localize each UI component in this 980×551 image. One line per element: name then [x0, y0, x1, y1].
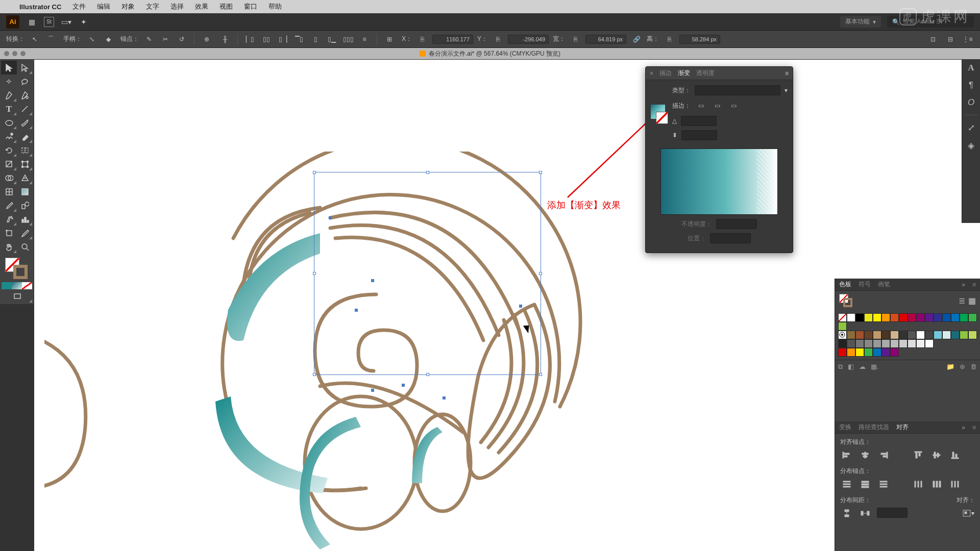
swatch-grid[interactable]	[835, 310, 980, 360]
swatch[interactable]	[855, 331, 864, 339]
window-traffic-lights[interactable]	[4, 51, 26, 56]
snap-icon[interactable]: ⊟	[944, 33, 957, 45]
swatch-list-view-icon[interactable]: ≣	[959, 296, 965, 306]
artboard-tool[interactable]	[1, 226, 17, 240]
align-right-icon[interactable]: ▯▕	[277, 33, 289, 45]
paragraph-panel-icon[interactable]: ¶	[969, 80, 973, 90]
opentype-panel-icon[interactable]: O	[968, 97, 974, 108]
swatch[interactable]	[873, 348, 881, 357]
swatch-grid-view-icon[interactable]: ▦	[968, 296, 976, 306]
swatch[interactable]	[916, 313, 925, 322]
align-vcenter-btn[interactable]	[930, 449, 943, 461]
menu-select[interactable]: 选择	[170, 2, 184, 11]
swatch[interactable]	[838, 348, 847, 357]
swatch-libraries-icon[interactable]: ⧉	[838, 363, 843, 371]
dist-vcenter-btn[interactable]	[859, 479, 872, 490]
gradient-stroke-swatch[interactable]	[656, 112, 668, 124]
convert-smooth-icon[interactable]: ⌒	[45, 33, 57, 45]
tab-transform[interactable]: 变换	[839, 423, 851, 432]
pen-tool[interactable]	[1, 88, 17, 102]
stroke-apply-within-icon[interactable]: ▭	[695, 99, 707, 112]
swatch[interactable]	[951, 331, 960, 339]
dist-top-btn[interactable]	[840, 479, 853, 490]
swatch[interactable]	[890, 331, 899, 339]
handle-icon-2[interactable]: ◆	[102, 33, 114, 45]
workspace-dropdown[interactable]: 基本功能 ▾	[840, 16, 881, 28]
swatch[interactable]	[960, 313, 968, 322]
swatch[interactable]	[847, 339, 855, 348]
swatch-fillstroke-mini[interactable]	[839, 294, 852, 307]
swatch[interactable]	[847, 348, 855, 357]
swatch[interactable]	[908, 313, 916, 322]
swatch[interactable]	[864, 331, 873, 339]
swatch[interactable]	[838, 322, 847, 331]
height-field[interactable]: 58.284 px	[679, 35, 720, 44]
align-left-btn[interactable]	[840, 449, 853, 461]
eyedropper-tool[interactable]	[1, 198, 17, 212]
reference-point-icon[interactable]: ⊞	[383, 33, 396, 45]
direct-selection-tool[interactable]	[17, 61, 33, 74]
swatch-colorgroup-icon[interactable]: ▦.	[871, 363, 879, 370]
blend-tool[interactable]	[17, 198, 33, 212]
cut-path-icon[interactable]: ✂	[159, 33, 172, 45]
swatch[interactable]	[925, 339, 934, 348]
eraser-tool[interactable]	[17, 130, 33, 143]
fill-stroke-control[interactable]	[1, 256, 33, 281]
dist-spacing-field[interactable]	[877, 508, 908, 518]
gradient-type-dropdown[interactable]	[695, 85, 780, 95]
gradient-opacity-field[interactable]	[716, 219, 757, 229]
swatch[interactable]	[890, 348, 899, 357]
swatch[interactable]	[864, 313, 873, 322]
swatch[interactable]	[838, 339, 847, 348]
align-right-btn[interactable]	[877, 449, 890, 461]
swatch[interactable]	[968, 313, 977, 322]
swatch[interactable]	[890, 339, 899, 348]
swatch[interactable]	[864, 348, 873, 357]
swatch[interactable]	[942, 331, 951, 339]
width-field[interactable]: 64.819 px	[585, 35, 626, 44]
tab-symbols[interactable]: 符号	[859, 280, 871, 289]
app-name[interactable]: Illustrator CC	[19, 3, 61, 11]
paintbrush-tool[interactable]	[17, 116, 33, 130]
bridge-icon[interactable]: ▦	[27, 17, 37, 27]
x-coord-field[interactable]: 1160.177	[432, 35, 473, 44]
align-panel[interactable]: 变换 路径查找器 对齐 » ≡ 对齐锚点： 分布锚点： 分布间距： 对	[835, 421, 980, 551]
swatch[interactable]	[873, 313, 881, 322]
dist-hspacing-btn[interactable]	[859, 508, 872, 519]
align-menu-icon[interactable]: ≡	[972, 424, 976, 431]
mesh-tool[interactable]	[1, 185, 17, 198]
dist-vspacing-btn[interactable]	[840, 508, 853, 519]
swatch[interactable]	[881, 348, 890, 357]
grid-icon[interactable]: ╫	[219, 33, 231, 45]
menu-view[interactable]: 视图	[219, 2, 233, 11]
swatches-panel[interactable]: 色板 符号 画笔 » ≡ ≣ ▦ ⧉ ◧ ☁ ▦. 📁 ⊕ 🗑	[835, 279, 980, 421]
swatch[interactable]	[899, 331, 908, 339]
tab-align[interactable]: 对齐	[896, 423, 909, 432]
menu-edit[interactable]: 编辑	[97, 2, 110, 11]
swatch[interactable]	[934, 313, 942, 322]
menu-file[interactable]: 文件	[72, 2, 86, 11]
screen-mode-tool[interactable]	[1, 289, 33, 303]
swatch[interactable]	[908, 339, 916, 348]
isolate-icon[interactable]: ⊕	[201, 33, 213, 45]
tab-brushes[interactable]: 画笔	[878, 280, 890, 289]
swatch[interactable]	[873, 339, 881, 348]
swatch[interactable]	[925, 331, 934, 339]
remove-anchor-icon[interactable]: ✎	[143, 33, 155, 45]
align-bottom-icon[interactable]: ▯▁	[326, 33, 338, 45]
align-hcenter-btn[interactable]	[859, 449, 872, 461]
color-swatch-none[interactable]	[22, 282, 32, 289]
stroke-apply-along-icon[interactable]: ▭	[711, 99, 723, 112]
hand-tool[interactable]	[1, 240, 17, 254]
swatch[interactable]	[881, 339, 890, 348]
swatch-delete-icon[interactable]: 🗑	[970, 363, 977, 370]
panel-tab-transparency[interactable]: 透明度	[696, 69, 715, 78]
menu-effect[interactable]: 效果	[195, 2, 208, 11]
gradient-tool[interactable]	[17, 185, 33, 198]
dist-v-icon[interactable]: ≡	[358, 33, 371, 45]
pixel-preview-icon[interactable]: ⊡	[927, 33, 939, 45]
stock-icon[interactable]: St	[44, 17, 54, 27]
selection-bounding-box[interactable]	[314, 172, 541, 375]
gradient-aspect-field[interactable]	[681, 130, 717, 140]
document-tab[interactable]: 春分演示文件.ai* @ 567.64% (CMYK/GPU 预览)	[420, 49, 560, 58]
